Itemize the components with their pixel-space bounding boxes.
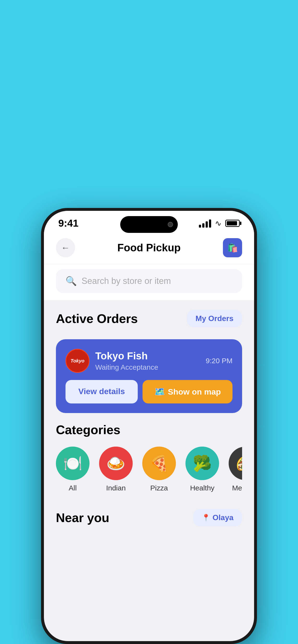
status-time: 9:41	[58, 218, 78, 229]
phone-outer: 9:41 ∿ ← Food P	[41, 208, 257, 644]
indian-emoji: 🍛	[106, 454, 125, 472]
active-orders-title: Active Orders	[56, 312, 138, 326]
logo-text: Tokyo	[71, 358, 84, 363]
categories-title: Categories	[56, 422, 120, 437]
signal-icon	[199, 219, 211, 228]
category-indian[interactable]: 🍛 Indian	[99, 446, 133, 492]
back-icon: ←	[61, 243, 70, 253]
my-orders-label: My Orders	[196, 314, 233, 323]
category-all-icon: 🍽️	[56, 446, 89, 480]
order-actions: View details 🗺️ Show on map	[66, 380, 232, 404]
category-pizza[interactable]: 🍕 Pizza	[142, 446, 176, 492]
phone-inner: 9:41 ∿ ← Food P	[44, 211, 254, 641]
app-header: ← Food Pickup 🛍️	[44, 232, 254, 264]
show-map-button[interactable]: 🗺️ Show on map	[142, 380, 232, 404]
location-pin-icon: 📍	[202, 514, 210, 522]
show-map-label: Show on map	[168, 387, 221, 396]
view-details-button[interactable]: View details	[66, 380, 138, 404]
back-button[interactable]: ←	[56, 238, 75, 257]
dynamic-island	[120, 216, 178, 233]
mexican-emoji: 🌮	[236, 454, 242, 472]
my-orders-button[interactable]: My Orders	[187, 310, 242, 327]
restaurant-name: Tokyo Fish	[95, 350, 158, 362]
active-orders-section: Active Orders My Orders	[44, 300, 254, 339]
category-healthy[interactable]: 🥦 Healthy	[186, 446, 219, 492]
near-you-header: Near you 📍 Olaya	[56, 509, 242, 526]
restaurant-details: Tokyo Fish Waiting Acceptance	[95, 350, 158, 371]
battery-icon	[225, 220, 240, 227]
search-section: 🔍 Search by store or item	[44, 264, 254, 300]
status-icons: ∿	[199, 219, 240, 228]
categories-header: Categories	[56, 422, 242, 437]
search-icon: 🔍	[66, 276, 77, 286]
category-mexican-icon: 🌮	[229, 446, 242, 480]
category-healthy-label: Healthy	[190, 484, 215, 492]
order-time: 9:20 PM	[206, 357, 232, 365]
restaurant-info: Tokyo Tokyo Fish Waiting Acceptance	[66, 349, 158, 373]
order-card: Tokyo Tokyo Fish Waiting Acceptance 9:20…	[56, 339, 242, 413]
active-orders-header: Active Orders My Orders	[56, 310, 242, 327]
category-indian-icon: 🍛	[99, 446, 133, 480]
battery-fill	[227, 221, 237, 226]
order-card-header: Tokyo Tokyo Fish Waiting Acceptance 9:20…	[66, 349, 232, 373]
order-status: Waiting Acceptance	[95, 363, 158, 371]
category-pizza-icon: 🍕	[142, 446, 176, 480]
restaurant-logo: Tokyo	[66, 349, 89, 373]
phone-mockup: 9:41 ∿ ← Food P	[41, 208, 257, 644]
near-you-section: Near you 📍 Olaya	[44, 499, 254, 531]
page-title: Food Pickup	[117, 242, 181, 254]
categories-section: Categories 🍽️ All 🍛 Indian	[44, 413, 254, 499]
category-mexican[interactable]: 🌮 Mexican	[229, 446, 242, 492]
categories-scroll: 🍽️ All 🍛 Indian 🍕 Pizza	[56, 444, 242, 494]
near-you-title: Near you	[56, 510, 109, 525]
camera-dot	[168, 222, 173, 227]
category-all[interactable]: 🍽️ All	[56, 446, 89, 492]
location-label: Olaya	[213, 513, 233, 522]
search-bar[interactable]: 🔍 Search by store or item	[56, 269, 242, 293]
status-bar: 9:41 ∿	[44, 211, 254, 232]
category-healthy-icon: 🥦	[186, 446, 219, 480]
all-emoji: 🍽️	[63, 454, 82, 472]
location-button[interactable]: 📍 Olaya	[193, 509, 242, 526]
cart-icon: 🛍️	[227, 243, 238, 253]
category-pizza-label: Pizza	[150, 484, 168, 492]
category-mexican-label: Mexican	[232, 484, 242, 492]
healthy-emoji: 🥦	[193, 454, 212, 472]
cart-button[interactable]: 🛍️	[223, 238, 242, 257]
pizza-emoji: 🍕	[150, 454, 169, 472]
search-placeholder: Search by store or item	[82, 276, 171, 286]
category-indian-label: Indian	[106, 484, 126, 492]
view-details-label: View details	[78, 387, 125, 396]
map-icon: 🗺️	[154, 387, 165, 397]
category-all-label: All	[69, 484, 77, 492]
wifi-icon: ∿	[215, 219, 221, 228]
